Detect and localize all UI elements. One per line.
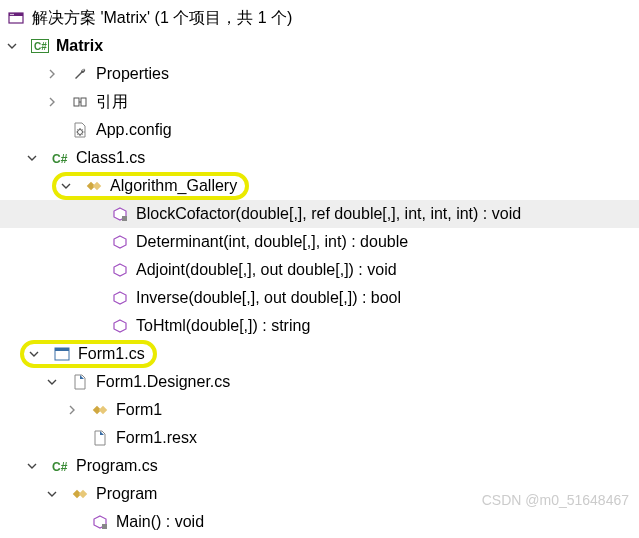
expand-arrow-icon[interactable] [58,178,74,194]
wrench-icon [70,64,90,84]
expand-arrow-icon[interactable] [44,486,60,502]
svg-rect-6 [74,98,79,106]
form-icon [52,344,72,364]
collapse-arrow-icon[interactable] [64,402,80,418]
appconfig-label: App.config [94,121,172,139]
svg-text:C#: C# [52,460,68,474]
properties-label: Properties [94,65,169,83]
svg-point-3 [12,14,14,16]
form1-class-node[interactable]: Form1 [0,396,639,424]
form1-resx-node[interactable]: Form1.resx [0,424,639,452]
class-icon [84,176,104,196]
solution-icon [6,8,26,28]
solution-node[interactable]: 解决方案 'Matrix' (1 个项目，共 1 个) [0,4,639,32]
svg-rect-12 [93,182,101,190]
class-icon [70,484,90,504]
collapse-arrow-icon[interactable] [44,94,60,110]
form1-designer-node[interactable]: Form1.Designer.cs [0,368,639,396]
method-icon [110,204,130,224]
algorithm-gallery-label: Algorithm_Gallery [108,177,237,195]
program-node[interactable]: C# Program.cs [0,452,639,480]
svg-text:C#: C# [52,152,68,166]
properties-node[interactable]: Properties [0,60,639,88]
method-label: Inverse(double[,], out double[,]) : bool [134,289,401,307]
method-icon [90,512,110,532]
expand-arrow-icon[interactable] [44,374,60,390]
appconfig-node[interactable]: App.config [0,116,639,144]
svg-rect-13 [122,216,127,221]
svg-point-2 [10,14,12,16]
method-label: Adjoint(double[,], out double[,]) : void [134,261,397,279]
expand-arrow-icon[interactable] [26,346,42,362]
method-icon [110,316,130,336]
program-class-label: Program [94,485,157,503]
svg-rect-21 [102,524,107,529]
method-node[interactable]: BlockCofactor(double[,], ref double[,], … [0,200,639,228]
references-node[interactable]: 引用 [0,88,639,116]
main-method-label: Main() : void [114,513,204,531]
svg-rect-15 [55,348,69,351]
main-method-node[interactable]: Main() : void [0,508,639,536]
svg-rect-20 [79,490,87,498]
highlight-marker: Algorithm_Gallery [52,172,249,200]
form1-designer-label: Form1.Designer.cs [94,373,230,391]
algorithm-gallery-node[interactable]: Algorithm_Gallery [0,172,639,200]
form1-resx-label: Form1.resx [114,429,197,447]
svg-text:C#: C# [34,41,47,52]
form1-node[interactable]: Form1.cs [0,340,639,368]
method-node[interactable]: Determinant(int, double[,], int) : doubl… [0,228,639,256]
method-label: ToHtml(double[,]) : string [134,317,310,335]
solution-label: 解决方案 'Matrix' (1 个项目，共 1 个) [30,8,292,29]
csharp-file-icon: C# [50,148,70,168]
method-node[interactable]: Inverse(double[,], out double[,]) : bool [0,284,639,312]
project-label: Matrix [54,37,103,55]
expand-arrow-icon[interactable] [4,38,20,54]
solution-explorer-tree: 解决方案 'Matrix' (1 个项目，共 1 个) C# Matrix Pr… [0,0,639,538]
form1-class-label: Form1 [114,401,162,419]
method-label: Determinant(int, double[,], int) : doubl… [134,233,408,251]
expand-arrow-icon[interactable] [24,458,40,474]
method-node[interactable]: ToHtml(double[,]) : string [0,312,639,340]
expand-arrow-icon[interactable] [24,150,40,166]
references-icon [70,92,90,112]
svg-rect-17 [99,406,107,414]
class1-label: Class1.cs [74,149,145,167]
config-file-icon [70,120,90,140]
method-label: BlockCofactor(double[,], ref double[,], … [134,205,521,223]
svg-rect-7 [81,98,86,106]
method-icon [110,260,130,280]
csharp-file-icon: C# [50,456,70,476]
csharp-project-icon: C# [30,36,50,56]
program-label: Program.cs [74,457,158,475]
highlight-marker: Form1.cs [20,340,157,368]
cs-file-icon [70,372,90,392]
form1-label: Form1.cs [76,345,145,363]
project-node[interactable]: C# Matrix [0,32,639,60]
references-label: 引用 [94,92,128,113]
method-icon [110,288,130,308]
method-icon [110,232,130,252]
method-node[interactable]: Adjoint(double[,], out double[,]) : void [0,256,639,284]
class1-node[interactable]: C# Class1.cs [0,144,639,172]
collapse-arrow-icon[interactable] [44,66,60,82]
watermark: CSDN @m0_51648467 [482,492,629,508]
resx-file-icon [90,428,110,448]
class-icon [90,400,110,420]
